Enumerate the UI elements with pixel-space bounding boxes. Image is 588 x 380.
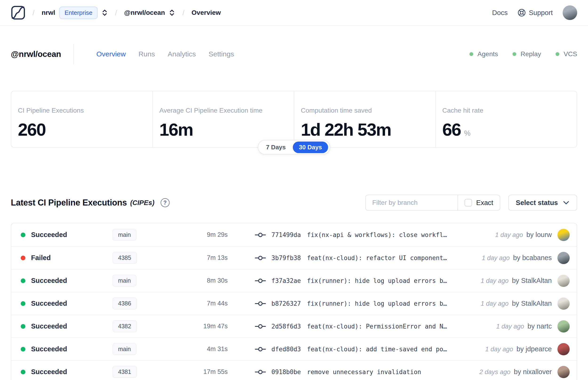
tab-runs[interactable]: Runs — [138, 50, 155, 58]
status-dot — [21, 256, 25, 260]
integration-label: Agents — [477, 50, 498, 58]
cipe-row[interactable]: Succeeded main 4m 31s dfed80d3 feat(nx-c… — [11, 338, 577, 360]
cipe-row[interactable]: Succeeded main 8m 30s f37a32ae fix(runne… — [11, 269, 577, 292]
commit-hash[interactable]: 0918b0be — [271, 368, 301, 376]
top-nav: / nrwl Enterprise / @nrwl/ocean / Overvi… — [0, 0, 588, 26]
branch-badge[interactable]: main — [113, 229, 136, 241]
avatar — [557, 320, 570, 333]
cipe-row[interactable]: Succeeded main 9m 29s 771499da fix(nx-ap… — [11, 223, 577, 246]
status-select[interactable]: Select status — [508, 195, 577, 211]
exact-label: Exact — [476, 199, 493, 207]
commit-message: feat(nx-cloud): refactor UI component… — [307, 254, 447, 262]
commit-message: remove unnecessary invalidation — [307, 368, 421, 376]
tab-settings[interactable]: Settings — [209, 50, 234, 58]
time-ago: 1 day ago — [481, 277, 509, 284]
status-dot — [21, 301, 25, 306]
user-avatar[interactable] — [563, 5, 577, 20]
branch-badge[interactable]: 4382 — [113, 320, 137, 332]
docs-link[interactable]: Docs — [492, 9, 508, 17]
exact-match-toggle[interactable]: Exact — [457, 195, 500, 210]
tab-analytics[interactable]: Analytics — [168, 50, 196, 58]
workspace-switcher-icon[interactable] — [169, 9, 175, 17]
integration-status-group: Agents Replay VCS — [470, 50, 577, 58]
status-label: Succeeded — [31, 323, 67, 330]
date-range-toggle: 7 Days 30 Days — [258, 140, 330, 154]
help-icon[interactable]: ? — [161, 198, 170, 207]
status-label: Succeeded — [31, 345, 67, 353]
tab-overview[interactable]: Overview — [96, 50, 126, 58]
time-ago: 1 day ago — [495, 231, 523, 238]
cipe-row[interactable]: Succeeded 4386 7m 44s b8726327 fix(runne… — [11, 292, 577, 315]
breadcrumb-separator: / — [33, 8, 35, 17]
git-commit-icon — [255, 255, 266, 261]
commit-hash[interactable]: 771499da — [271, 231, 301, 238]
support-link[interactable]: Support — [517, 8, 553, 17]
status-select-label: Select status — [516, 199, 558, 207]
avatar — [557, 366, 570, 378]
author: by StalkAltan — [512, 300, 552, 307]
branch-badge[interactable]: 4386 — [113, 298, 137, 309]
author: by jdpearce — [516, 345, 552, 353]
status-dot-green — [512, 52, 516, 56]
divider — [73, 44, 74, 64]
git-commit-icon — [255, 369, 266, 375]
integration-agents[interactable]: Agents — [470, 50, 498, 58]
cipe-row[interactable]: Failed 4385 7m 13s 3b79fb38 feat(nx-clou… — [11, 246, 577, 269]
stat-label: CI Pipeline Executions — [18, 107, 152, 114]
git-commit-icon — [255, 323, 266, 330]
status-label: Succeeded — [31, 300, 67, 307]
org-switcher-icon[interactable] — [101, 9, 108, 17]
branch-filter-input[interactable] — [366, 195, 457, 210]
time-ago: 1 day ago — [496, 323, 524, 330]
cipe-table: Succeeded main 9m 29s 771499da fix(nx-ap… — [11, 223, 577, 380]
range-7-days[interactable]: 7 Days — [260, 142, 292, 153]
support-label: Support — [529, 9, 553, 17]
branch-badge[interactable]: 4385 — [113, 252, 137, 264]
status-dot-green — [470, 52, 473, 56]
avatar — [557, 343, 570, 355]
avatar — [557, 252, 570, 264]
commit-message: fix(runner): hide log upload errors b… — [307, 300, 447, 307]
branch-badge[interactable]: main — [113, 275, 136, 287]
breadcrumb-org[interactable]: nrwl — [42, 9, 55, 17]
integration-vcs[interactable]: VCS — [555, 50, 577, 58]
stat-computation-time-saved: Computation time saved 1d 22h 53m — [294, 91, 435, 147]
range-30-days[interactable]: 30 Days — [293, 142, 328, 153]
time-ago: 1 day ago — [481, 300, 509, 307]
integration-replay[interactable]: Replay — [512, 50, 541, 58]
cipe-row[interactable]: Succeeded 4381 17m 55s 0918b0be remove u… — [11, 360, 577, 380]
duration: 4m 31s — [185, 345, 228, 353]
status-dot — [21, 347, 25, 352]
workspace-tabs: Overview Runs Analytics Settings — [96, 50, 234, 58]
status-dot — [21, 232, 25, 237]
duration: 9m 29s — [185, 231, 228, 238]
stat-cache-hit-rate: Cache hit rate 66 % — [435, 91, 577, 147]
cipes-section-header: Latest CI Pipeline Executions (CIPEs) ? … — [0, 194, 588, 212]
breadcrumb-separator: / — [115, 8, 117, 17]
nx-cloud-logo-icon[interactable] — [11, 5, 25, 20]
workspace-header: @nrwl/ocean Overview Runs Analytics Sett… — [0, 43, 588, 65]
avatar — [557, 275, 570, 287]
commit-message: fix(nx-api & workflows): close workfl… — [307, 231, 447, 238]
commit-hash[interactable]: dfed80d3 — [271, 346, 301, 353]
branch-badge[interactable]: 4381 — [113, 366, 137, 378]
git-commit-icon — [255, 232, 266, 238]
commit-hash[interactable]: 3b79fb38 — [271, 254, 301, 262]
commit-message: feat(nx-cloud): PermissionError and N… — [307, 323, 447, 330]
cipe-row[interactable]: Succeeded 4382 19m 47s 2d58f6d3 feat(nx-… — [11, 315, 577, 338]
duration: 7m 13s — [185, 254, 228, 262]
stat-value: 1d 22h 53m — [301, 119, 391, 140]
breadcrumb-workspace[interactable]: @nrwl/ocean — [124, 9, 165, 17]
exact-checkbox[interactable] — [465, 199, 472, 207]
duration: 7m 44s — [185, 300, 228, 307]
commit-hash[interactable]: 2d58f6d3 — [271, 323, 301, 330]
commit-hash[interactable]: f37a32ae — [271, 277, 301, 284]
author: by lourw — [526, 231, 552, 238]
cipes-subtitle: (CIPEs) — [130, 199, 154, 207]
branch-badge[interactable]: main — [113, 343, 136, 355]
status-label: Succeeded — [31, 277, 67, 285]
commit-hash[interactable]: b8726327 — [271, 300, 301, 307]
status-dot — [21, 370, 25, 374]
git-commit-icon — [255, 300, 266, 307]
status-label: Succeeded — [31, 231, 67, 239]
